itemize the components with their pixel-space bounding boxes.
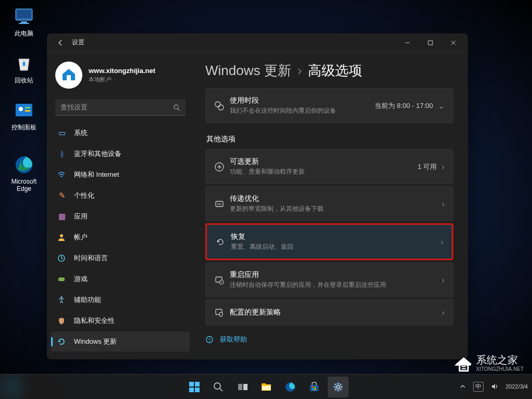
card-subtitle: 更新的带宽限制，从其他设备下载 [230, 204, 442, 213]
taskbar [0, 374, 532, 399]
card-update-policy[interactable]: 配置的更新策略 › [205, 299, 453, 325]
chevron-right-icon: › [298, 63, 302, 79]
taskbar-explorer[interactable] [256, 377, 277, 397]
svg-rect-14 [67, 75, 71, 80]
svg-rect-38 [189, 382, 194, 386]
nav-label: 时间和语言 [74, 253, 108, 263]
svg-rect-35 [460, 365, 468, 371]
svg-point-5 [19, 107, 23, 111]
watermark: 系统之家 XITONGZHIJIA.NET [453, 353, 524, 372]
wifi-icon [57, 171, 67, 179]
system-tray[interactable]: 中 2022/3/4 [460, 374, 528, 399]
chevron-right-icon: › [442, 163, 444, 171]
nav-accounts[interactable]: 帐户 [51, 227, 190, 247]
desktop-icon-recycle-bin[interactable]: 回收站 [5, 52, 43, 85]
svg-point-42 [214, 383, 220, 389]
control-panel-icon [13, 99, 35, 121]
desktop: 此电脑 回收站 控制面板 Microsoft Edge 设置 [0, 0, 532, 399]
svg-rect-2 [21, 21, 27, 23]
taskbar-taskview[interactable] [232, 377, 253, 397]
svg-rect-45 [243, 384, 248, 390]
get-help-link[interactable]: ? 获取帮助 [205, 335, 453, 344]
card-active-hours[interactable]: 使用时段 我们不会在这些时间段内重启你的设备 当前为 8:00 - 17:00 … [205, 88, 453, 123]
monitor-icon: ▭ [57, 128, 67, 138]
svg-rect-10 [428, 41, 432, 45]
shield-icon [57, 317, 67, 325]
desktop-icon-edge[interactable]: Microsoft Edge [5, 154, 43, 192]
minimize-button[interactable] [396, 35, 419, 51]
nav-system[interactable]: ▭ 系统 [51, 123, 190, 143]
taskbar-edge[interactable] [280, 377, 301, 397]
card-recovery[interactable]: 恢复 重置、高级启动、返回 › [205, 223, 453, 260]
back-button[interactable] [53, 35, 68, 50]
nav: ▭ 系统 ᛒ 蓝牙和其他设备 网络和 Internet ✎ [51, 123, 195, 352]
content: Windows 更新 › 高级选项 使用时段 我们不会在这些时间段内重启你的设备… [195, 52, 468, 359]
restart-apps-icon [214, 275, 230, 285]
recycle-icon [13, 52, 35, 74]
nav-bluetooth[interactable]: ᛒ 蓝牙和其他设备 [51, 144, 190, 164]
window-title: 设置 [72, 38, 84, 47]
start-button[interactable] [184, 377, 205, 397]
nav-label: 应用 [74, 212, 88, 221]
tray-date[interactable]: 2022/3/4 [505, 383, 528, 390]
card-title: 重启应用 [230, 270, 442, 280]
breadcrumb-parent[interactable]: Windows 更新 [205, 62, 291, 80]
svg-point-22 [218, 105, 224, 110]
card-restart-apps[interactable]: 重启应用 注销时自动保存可重启的应用，并在登录后重启这些应用 › [205, 262, 453, 297]
user-name: www.xitongzhijia.net [89, 67, 155, 75]
desktop-icon-label: 此电脑 [15, 30, 33, 37]
close-button[interactable] [442, 35, 465, 51]
watermark-logo-icon [453, 353, 472, 372]
taskbar-search[interactable] [208, 377, 229, 397]
nav-label: 帐户 [74, 233, 88, 242]
user-card[interactable]: www.xitongzhijia.net 本地帐户 [51, 58, 195, 97]
nav-time-language[interactable]: 时间和语言 [51, 248, 190, 268]
section-title-other: 其他选项 [206, 135, 453, 144]
card-subtitle: 我们不会在这些时间段内重启你的设备 [230, 106, 375, 115]
search-input[interactable] [60, 103, 173, 111]
nav-accessibility[interactable]: 辅助功能 [51, 290, 190, 310]
desktop-icon-label: 回收站 [15, 77, 33, 84]
nav-privacy[interactable]: 隐私和安全性 [51, 311, 190, 331]
svg-rect-41 [195, 388, 200, 392]
search-box[interactable] [55, 99, 185, 116]
nav-windows-update[interactable]: Windows 更新 [51, 332, 190, 352]
svg-line-16 [178, 108, 180, 111]
tray-volume-icon[interactable] [491, 383, 498, 390]
tray-chevron-up-icon[interactable] [460, 383, 466, 390]
help-label: 获取帮助 [220, 335, 247, 344]
monitor-icon [13, 5, 35, 27]
card-delivery-optimization[interactable]: 传递优化 更新的带宽限制，从其他设备下载 › [205, 186, 453, 221]
svg-rect-54 [314, 389, 316, 390]
chevron-down-icon: ⌄ [438, 102, 444, 110]
svg-point-15 [174, 105, 178, 109]
user-subtitle: 本地帐户 [89, 76, 155, 83]
maximize-button[interactable] [419, 35, 442, 51]
desktop-icon-control-panel[interactable]: 控制面板 [5, 99, 43, 132]
taskbar-settings[interactable] [328, 377, 349, 397]
help-icon: ? [205, 335, 214, 344]
svg-line-43 [220, 389, 222, 391]
card-subtitle: 重置、高级启动、返回 [231, 243, 441, 251]
brush-icon: ✎ [57, 191, 67, 200]
card-title: 使用时段 [230, 96, 375, 105]
chevron-right-icon: › [441, 238, 443, 246]
titlebar: 设置 [47, 33, 468, 52]
svg-rect-39 [195, 382, 200, 386]
svg-rect-51 [312, 386, 314, 388]
svg-rect-6 [25, 107, 30, 108]
card-optional-updates[interactable]: 可选更新 功能、质量和驱动程序更新 1 可用 › [205, 149, 453, 184]
clock-icon [57, 254, 67, 262]
nav-network[interactable]: 网络和 Internet [51, 165, 190, 185]
card-title: 可选更新 [230, 157, 417, 166]
nav-personalization[interactable]: ✎ 个性化 [51, 186, 190, 205]
svg-rect-53 [312, 389, 314, 390]
tray-ime-icon[interactable]: 中 [473, 382, 484, 392]
card-subtitle: 注销时自动保存可重启的应用，并在登录后重启这些应用 [230, 281, 442, 289]
nav-gaming[interactable]: 游戏 [51, 269, 190, 289]
desktop-icon-this-pc[interactable]: 此电脑 [5, 5, 43, 38]
nav-apps[interactable]: ▦ 应用 [51, 207, 190, 226]
svg-rect-3 [19, 23, 29, 24]
taskbar-store[interactable] [304, 377, 325, 397]
breadcrumb: Windows 更新 › 高级选项 [205, 62, 453, 80]
